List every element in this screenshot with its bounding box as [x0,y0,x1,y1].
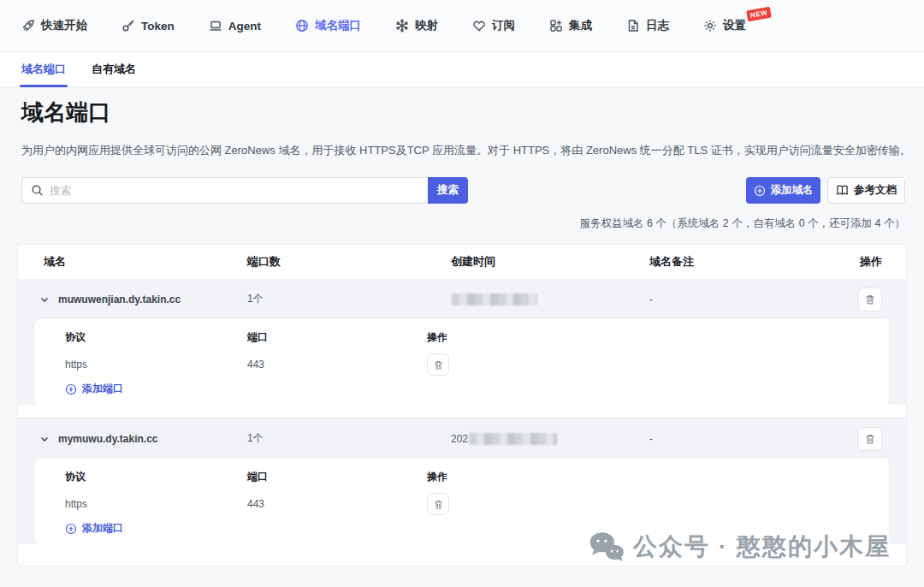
subheader-actions: 操作 [427,470,889,484]
table-header-row: 域名 端口数 创建时间 域名备注 操作 [18,245,906,279]
book-icon [836,184,849,197]
table-row: mymuwu.dy.takin.cc 1个 202 - [18,418,906,459]
plus-circle-icon [65,383,77,395]
nodes-icon [395,19,409,33]
redacted-date [469,433,557,445]
search-bar: 搜索 [21,177,468,204]
nav-item-agent[interactable]: Agent [209,19,261,33]
delete-port-button[interactable] [427,353,449,376]
header-created: 创建时间 [451,254,641,270]
domain-group: mymuwu.dy.takin.cc 1个 202 - 协议 端口 操作 htt… [18,418,906,544]
nav-item-mapping[interactable]: 映射 [395,18,438,33]
chevron-down-icon[interactable] [39,294,50,305]
nav-item-label: 设置 [723,18,746,33]
nav-item-label: 映射 [415,18,438,33]
gear-icon [703,19,717,33]
nav-item-integration[interactable]: 集成 [549,18,592,33]
delete-port-button[interactable] [427,493,449,515]
search-button[interactable]: 搜索 [428,177,468,204]
domain-remark: - [641,294,838,305]
delete-domain-button[interactable] [858,288,882,311]
nav-item-token[interactable]: Token [121,19,175,33]
key-icon [121,19,135,33]
domain-remark: - [641,433,838,445]
header-port-count: 端口数 [247,254,451,270]
plus-circle-icon [65,523,77,535]
subheader-port: 端口 [247,330,427,345]
page-title: 域名端口 [21,98,110,127]
tab-bar: 域名端口 自有域名 [0,52,924,87]
delete-domain-button[interactable] [858,427,882,451]
subheader-protocol: 协议 [35,470,247,484]
plus-circle-icon [754,185,766,197]
globe-icon [295,19,309,33]
trash-icon [433,499,444,510]
domain-table: 域名 端口数 创建时间 域名备注 操作 muwuwenjian.dy.takin… [17,244,907,566]
chevron-down-icon[interactable] [39,434,50,444]
trash-icon [864,294,876,305]
domain-name: muwuwenjian.dy.takin.cc [58,294,181,305]
nav-item-settings[interactable]: 设置 NEW [703,18,746,33]
page-description: 为用户的内网应用提供全球可访问的公网 ZeroNews 域名，用于接收 HTTP… [21,143,911,158]
add-domain-button[interactable]: 添加域名 [746,177,820,204]
laptop-icon [209,19,222,33]
tab-own-domain[interactable]: 自有域名 [92,52,136,86]
port-subtable: 协议 端口 操作 https 443 添加端口 [35,319,889,405]
trash-icon [864,433,876,445]
document-icon [626,19,640,33]
add-domain-label: 添加域名 [771,183,814,198]
docs-label: 参考文档 [854,183,897,198]
domain-group: muwuwenjian.dy.takin.cc 1个 - 协议 端口 操作 ht… [18,279,906,405]
nav-item-label: 集成 [569,18,592,33]
nav-item-label: 域名端口 [315,18,361,33]
add-port-label: 添加端口 [82,382,123,396]
nav-item-domain-port[interactable]: 域名端口 [295,18,361,33]
port-value: 443 [247,492,427,516]
docs-button[interactable]: 参考文档 [827,177,905,204]
add-port-link[interactable]: 添加端口 [65,521,123,536]
protocol-value: https [35,353,247,377]
tab-domain-port[interactable]: 域名端口 [21,52,66,86]
header-remark: 域名备注 [641,254,838,270]
new-badge: NEW [746,7,772,22]
add-port-link[interactable]: 添加端口 [65,382,123,396]
protocol-value: https [35,492,247,516]
nav-item-label: 快速开始 [41,18,87,33]
trash-icon [433,359,444,371]
nav-item-label: Agent [228,20,261,33]
subheader-actions: 操作 [427,330,889,345]
nav-item-label: 日志 [646,18,669,33]
rocket-icon [21,19,35,33]
port-subtable: 协议 端口 操作 https 443 添加端口 [35,459,889,544]
redacted-date [452,294,537,305]
subheader-port: 端口 [247,470,427,484]
top-navigation: 快速开始 Token Agent 域名端口 映射 订阅 集成 日志 设置 NEW [0,0,924,52]
subheader-protocol: 协议 [35,330,247,345]
nav-item-logs[interactable]: 日志 [626,18,669,33]
nav-item-label: 订阅 [492,18,515,33]
search-input-box [21,177,428,204]
port-count: 1个 [247,292,451,306]
heart-icon [472,19,486,33]
nav-item-label: Token [141,20,175,33]
quota-text: 服务权益域名 6 个（系统域名 2 个，自有域名 0 个，还可添加 4 个） [579,216,905,231]
domain-name: mymuwu.dy.takin.cc [58,433,157,445]
port-count: 1个 [247,431,451,446]
nav-item-quickstart[interactable]: 快速开始 [21,18,87,33]
port-value: 443 [247,353,427,377]
search-icon [31,184,44,197]
header-domain: 域名 [18,254,247,270]
header-actions: 操作 [838,254,906,270]
nav-item-subscription[interactable]: 订阅 [472,18,515,33]
search-input[interactable] [50,185,419,197]
add-port-label: 添加端口 [82,521,123,536]
table-row: muwuwenjian.dy.takin.cc 1个 - [18,279,906,319]
created-time: 202 [451,433,641,445]
grid-plus-icon [549,19,563,33]
created-time [451,294,641,305]
